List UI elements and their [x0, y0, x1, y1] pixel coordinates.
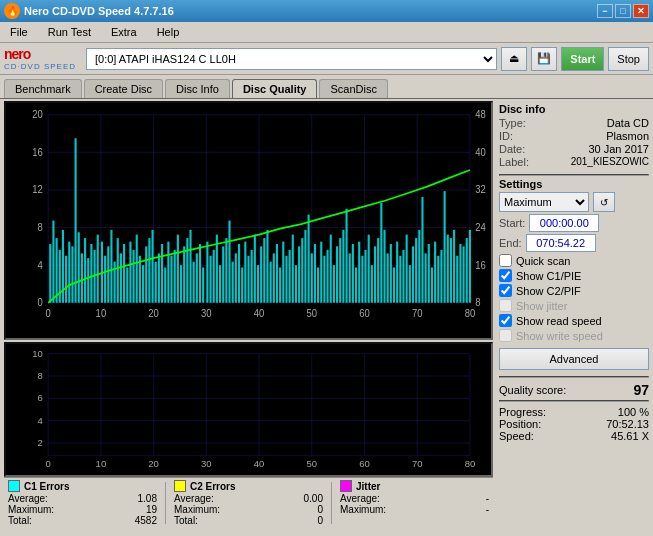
legend-c1-header: C1 Errors: [8, 480, 157, 492]
show-jitter-checkbox[interactable]: [499, 299, 512, 312]
svg-rect-89: [219, 265, 221, 303]
disc-label-label: Label:: [499, 156, 529, 168]
svg-rect-111: [289, 250, 291, 303]
menu-extra[interactable]: Extra: [105, 24, 143, 40]
svg-rect-93: [232, 262, 234, 303]
disc-info-title: Disc info: [499, 103, 649, 115]
legend-jitter-header: Jitter: [340, 480, 489, 492]
svg-rect-154: [425, 253, 427, 302]
menu-run-test[interactable]: Run Test: [42, 24, 97, 40]
svg-text:2: 2: [38, 438, 43, 448]
show-c1pie-checkbox[interactable]: [499, 269, 512, 282]
minimize-button[interactable]: −: [597, 4, 613, 18]
close-button[interactable]: ✕: [633, 4, 649, 18]
svg-rect-86: [209, 256, 211, 303]
svg-rect-69: [155, 262, 157, 303]
tab-scan-disc[interactable]: ScanDisc: [319, 79, 387, 98]
advanced-button[interactable]: Advanced: [499, 348, 649, 370]
maximize-button[interactable]: □: [615, 4, 631, 18]
legend-c1-max-row: Maximum: 19: [8, 504, 157, 515]
c2-max-value: 0: [317, 504, 323, 515]
svg-rect-95: [238, 244, 240, 303]
lower-chart-svg: 10 8 6 4 2 0 10 20 30 40 50 60 70 80: [6, 344, 491, 475]
svg-rect-97: [244, 242, 246, 303]
svg-rect-115: [301, 238, 303, 303]
menu-file[interactable]: File: [4, 24, 34, 40]
tab-disc-info[interactable]: Disc Info: [165, 79, 230, 98]
position-label: Position:: [499, 418, 541, 430]
eject-button[interactable]: ⏏: [501, 47, 527, 71]
svg-rect-121: [320, 242, 322, 303]
svg-rect-156: [431, 268, 433, 303]
svg-rect-142: [387, 253, 389, 302]
title-bar: 🔥 Nero CD-DVD Speed 4.7.7.16 − □ ✕: [0, 0, 653, 22]
stop-button[interactable]: Stop: [608, 47, 649, 71]
speed-reset-button[interactable]: ↺: [593, 192, 615, 212]
svg-rect-113: [295, 265, 297, 303]
svg-rect-131: [352, 244, 354, 303]
svg-rect-166: [463, 246, 465, 302]
c2-total-label: Total:: [174, 515, 198, 526]
menu-bar: File Run Test Extra Help: [0, 22, 653, 43]
svg-rect-75: [174, 250, 176, 303]
show-write-speed-checkbox[interactable]: [499, 329, 512, 342]
legend-c2-avg-row: Average: 0.00: [174, 493, 323, 504]
svg-rect-123: [327, 250, 329, 303]
lower-chart: 10 8 6 4 2 0 10 20 30 40 50 60 70 80: [4, 342, 493, 477]
show-read-speed-checkbox[interactable]: [499, 314, 512, 327]
divider-1: [499, 174, 649, 176]
drive-select[interactable]: [0:0] ATAPI iHAS124 C LL0H: [86, 48, 497, 70]
svg-rect-63: [136, 235, 138, 303]
position-row: Position: 70:52.13: [499, 418, 649, 430]
svg-text:8: 8: [38, 222, 44, 234]
tab-create-disc[interactable]: Create Disc: [84, 79, 163, 98]
progress-section: Progress: 100 % Position: 70:52.13 Speed…: [499, 406, 649, 442]
svg-text:10: 10: [32, 349, 43, 359]
show-c1pie-label: Show C1/PIE: [516, 270, 581, 282]
svg-rect-101: [257, 265, 259, 303]
tab-benchmark[interactable]: Benchmark: [4, 79, 82, 98]
save-button[interactable]: 💾: [531, 47, 557, 71]
legend-jitter-max-row: Maximum: -: [340, 504, 489, 515]
svg-text:30: 30: [201, 460, 212, 470]
end-label: End:: [499, 237, 522, 249]
quick-scan-checkbox[interactable]: [499, 254, 512, 267]
speed-value: 45.61 X: [611, 430, 649, 442]
svg-rect-98: [247, 256, 249, 303]
disc-date-value: 30 Jan 2017: [588, 143, 649, 155]
svg-rect-148: [406, 235, 408, 303]
svg-rect-107: [276, 244, 278, 303]
start-input[interactable]: [529, 214, 599, 232]
legend-c2-total-row: Total: 0: [174, 515, 323, 526]
menu-help[interactable]: Help: [151, 24, 186, 40]
svg-text:16: 16: [475, 259, 486, 271]
svg-rect-136: [368, 235, 370, 303]
svg-rect-133: [358, 242, 360, 303]
progress-label: Progress:: [499, 406, 546, 418]
speed-select[interactable]: Maximum: [499, 192, 589, 212]
svg-rect-102: [260, 246, 262, 302]
svg-rect-114: [298, 246, 300, 302]
start-button[interactable]: Start: [561, 47, 604, 71]
jitter-color-box: [340, 480, 352, 492]
progress-row: Progress: 100 %: [499, 406, 649, 418]
svg-rect-85: [206, 242, 208, 303]
svg-text:80: 80: [465, 460, 476, 470]
svg-text:32: 32: [475, 184, 486, 196]
jitter-avg-value: -: [486, 493, 489, 504]
svg-rect-119: [314, 244, 316, 303]
end-input[interactable]: [526, 234, 596, 252]
svg-rect-132: [355, 268, 357, 303]
svg-rect-48: [87, 258, 89, 303]
svg-rect-44: [75, 138, 77, 303]
legend-divider-1: [165, 482, 166, 524]
svg-rect-141: [383, 230, 385, 303]
show-c2pif-checkbox[interactable]: [499, 284, 512, 297]
svg-rect-143: [390, 244, 392, 303]
svg-rect-149: [409, 265, 411, 303]
svg-rect-47: [84, 238, 86, 303]
svg-rect-103: [263, 238, 265, 303]
svg-rect-159: [440, 250, 442, 303]
upper-chart: 20 16 12 8 4 0 48 40 32 24 16 8 0 10 20 …: [4, 101, 493, 340]
tab-disc-quality[interactable]: Disc Quality: [232, 79, 318, 98]
